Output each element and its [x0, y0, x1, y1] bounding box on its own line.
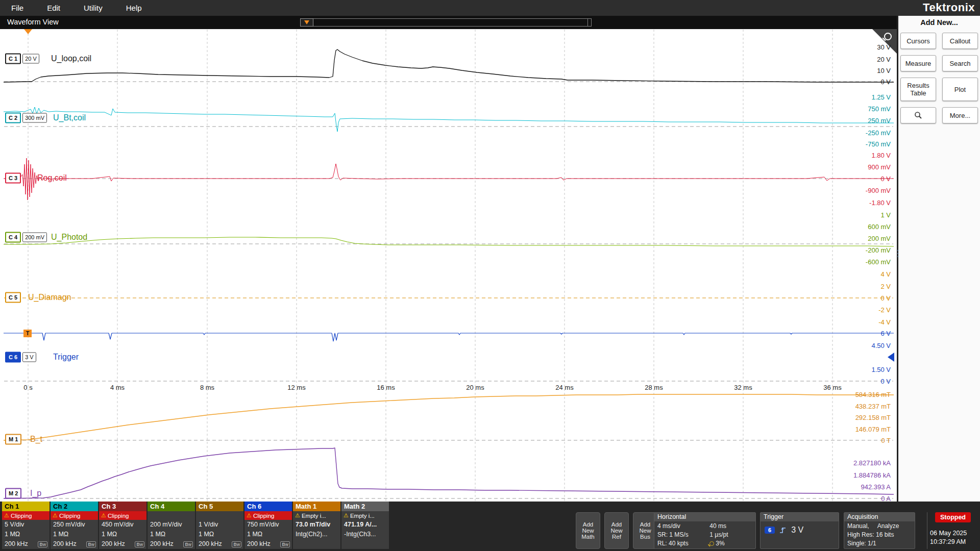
channel-badge-c2[interactable]: C 2300 mV	[5, 113, 47, 123]
menu-file[interactable]: File	[11, 4, 23, 12]
scale-label: 200 mV	[868, 235, 891, 242]
clipping-warning: ⚠Clipping	[2, 511, 50, 520]
zoom-button[interactable]	[900, 107, 936, 123]
time-label: 32 ms	[734, 384, 752, 391]
channel-badge-c3[interactable]: C 3	[5, 173, 21, 184]
trace-i-p-math	[4, 448, 894, 498]
scale-label: 20 V	[877, 56, 891, 63]
warning-icon: ⚠	[247, 512, 252, 519]
channel-setting: 471.19 A/...	[341, 520, 389, 530]
channel-settings-ch1[interactable]: Ch 1⚠Clipping5 V/div1 MΩ200 kHzBW	[2, 502, 50, 549]
channel-setting: 200 mV/div	[148, 520, 195, 530]
channel-settings-ch2[interactable]: Ch 2⚠Clipping250 mV/div1 MΩ200 kHzBW	[51, 502, 98, 549]
channel-id[interactable]: M 1	[5, 434, 21, 445]
channel-header[interactable]: Ch 3	[99, 502, 146, 511]
channel-scale: 3 V	[22, 353, 36, 362]
channel-scale: 200 mV	[22, 233, 47, 242]
scale-label: 0 T	[881, 437, 891, 444]
add-new-math-button[interactable]: Add New Math	[576, 512, 600, 549]
channel-settings-math1[interactable]: Math 1⚠Empty i...73.0 mT/divIntg(Ch2)...	[293, 502, 340, 549]
scale-label: 0 V	[880, 175, 891, 183]
channel-label: I_p	[30, 489, 41, 498]
channel-id[interactable]: C 2	[5, 113, 21, 123]
add-new-ref-button[interactable]: Add New Ref	[604, 512, 629, 549]
channel-id[interactable]: C 6	[5, 352, 21, 363]
clipping-warning: ⚠Clipping	[51, 511, 98, 520]
scale-label: 1.25 V	[871, 93, 891, 101]
scale-label: 4 V	[880, 270, 891, 278]
channel-settings-ch5[interactable]: Ch 51 V/div1 MΩ200 kHzBW	[196, 502, 243, 549]
warning-icon: ⚠	[295, 512, 300, 519]
trigger-source-badge[interactable]: 6	[765, 527, 775, 534]
results-table-button[interactable]: Results Table	[900, 78, 936, 101]
cursors-button[interactable]: Cursors	[900, 33, 936, 49]
channel-settings-ch6[interactable]: Ch 6⚠Clipping750 mV/div1 MΩ200 kHzBW	[244, 502, 292, 549]
channel-id[interactable]: C 3	[5, 173, 21, 184]
channel-header[interactable]: Math 2	[341, 502, 389, 511]
channel-settings-ch4[interactable]: Ch 4200 mV/div1 MΩ200 kHzBW	[148, 502, 195, 549]
channel-label: U_Bt,coil	[53, 113, 86, 122]
acquisition-single: Single: 1/1	[847, 539, 912, 548]
channel-settings-math2[interactable]: Math 2⚠Empty i...471.19 A/...-Intg(Ch3..…	[341, 502, 389, 549]
menu-edit[interactable]: Edit	[47, 4, 60, 12]
scale-label: -1.80 V	[869, 199, 891, 207]
channel-header[interactable]: Ch 4	[148, 502, 195, 511]
search-button[interactable]: Search	[942, 55, 978, 71]
ch6-level-arrow[interactable]	[888, 353, 894, 362]
time-label: 16 ms	[377, 384, 395, 391]
measure-button[interactable]: Measure	[900, 55, 936, 71]
more-button[interactable]: More...	[942, 107, 978, 123]
channel-settings-ch3[interactable]: Ch 3⚠Clipping450 mV/div1 MΩ200 kHzBW	[99, 502, 146, 549]
channel-id[interactable]: C 4	[5, 232, 21, 243]
acquisition-panel[interactable]: Acquisition Manual,Analyze High Res: 16 …	[844, 512, 915, 549]
trigger-level-marker[interactable]: T	[23, 330, 32, 337]
horizontal-panel[interactable]: Horizontal 4 ms/div 40 ms SR: 1 MS/s 1 µ…	[654, 512, 756, 549]
zoom-track[interactable]	[313, 18, 592, 27]
channel-header[interactable]: Ch 5	[196, 502, 243, 511]
channel-id[interactable]: C 5	[5, 292, 21, 303]
scale-label: 146.079 mT	[855, 425, 891, 433]
scale-label: 1.80 V	[871, 152, 891, 159]
magnifier-icon	[884, 33, 892, 40]
channel-badge-m1[interactable]: M 1	[5, 434, 21, 445]
waveform-plot[interactable]: T 30 V20 V10 V0 V1.25 V750 mV250 mV-250 …	[0, 29, 897, 502]
bandwidth-icon: BW	[280, 541, 290, 547]
channel-header[interactable]: Ch 1	[2, 502, 50, 511]
scale-label: 4.50 V	[871, 342, 891, 349]
channel-header[interactable]: Ch 6	[244, 502, 292, 511]
date: 06 May 2025	[930, 529, 967, 538]
channel-setting: 73.0 mT/div	[293, 520, 340, 530]
divider-grip[interactable]: ⋮	[894, 251, 902, 256]
run-stop-status[interactable]: Stopped	[935, 512, 971, 522]
trigger-position-marker[interactable]	[24, 29, 32, 34]
trigger-panel[interactable]: Trigger 6 3 V	[760, 512, 839, 549]
channel-header[interactable]: Math 1	[293, 502, 340, 511]
scale-label: 1.50 V	[871, 366, 891, 373]
acquisition-mode: Manual,	[847, 522, 869, 530]
scale-label: 10 V	[877, 67, 891, 74]
horizontal-zoom-control[interactable]	[300, 18, 592, 27]
channel-id[interactable]: M 2	[5, 488, 21, 499]
channel-badge-c6[interactable]: C 63 V	[5, 352, 36, 363]
plot-button[interactable]: Plot	[942, 78, 978, 101]
callout-button[interactable]: Callout	[942, 33, 978, 49]
scale-label: 2 V	[880, 283, 891, 290]
channel-label: Rog,coil	[37, 173, 67, 183]
zoom-thumb[interactable]	[300, 18, 313, 27]
scale-label: -600 mV	[866, 258, 891, 266]
time: 10:37:29 AM	[930, 538, 967, 546]
channel-scale: 20 V	[22, 54, 39, 64]
channel-header[interactable]: Ch 2	[51, 502, 98, 511]
scale-label: 0 V	[880, 378, 891, 385]
menu-help[interactable]: Help	[126, 4, 142, 12]
channel-badge-c5[interactable]: C 5	[5, 292, 21, 303]
horizontal-record-length: RL: 40 kpts	[657, 539, 709, 548]
scale-label: -900 mV	[866, 187, 891, 194]
channel-badge-c1[interactable]: C 120 V	[5, 54, 39, 64]
channel-badge-c4[interactable]: C 4200 mV	[5, 232, 47, 243]
menu-utility[interactable]: Utility	[84, 4, 103, 12]
channel-id[interactable]: C 1	[5, 54, 21, 64]
channel-setting: 1 V/div	[196, 520, 243, 530]
warning-icon: ⚠	[4, 512, 9, 519]
channel-badge-m2[interactable]: M 2	[5, 488, 21, 499]
